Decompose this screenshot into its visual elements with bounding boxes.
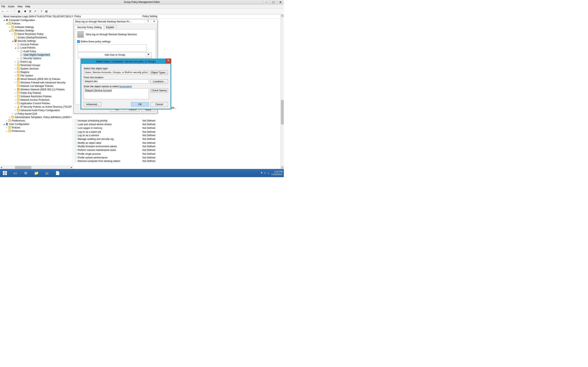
back-button[interactable]: ⇦ (1, 9, 5, 14)
dialog-close[interactable]: ✕ (151, 19, 157, 24)
tree-policies[interactable]: ◢Policies (0, 22, 73, 25)
users-listbox[interactable] (77, 44, 147, 52)
policy-row[interactable]: 📄Log on as a serviceNot Defined (73, 133, 284, 137)
policy-row[interactable]: 📄Modify an object labelNot Defined (73, 141, 284, 145)
column-policy-setting[interactable]: Policy Setting (141, 15, 178, 18)
tray-flag-icon[interactable]: ⚑ (261, 172, 263, 174)
locations-button[interactable]: Locations... (150, 79, 168, 84)
add-dialog-titlebar[interactable]: Add User or Group ✕ (78, 53, 151, 57)
policy-row[interactable]: 📄Log on as a batch jobNot Defined (73, 130, 284, 133)
tree-user-rights-assignment[interactable]: 📋User Rights Assignment (0, 53, 73, 57)
tree-public-key[interactable]: ▷Public Key Policies (0, 91, 73, 95)
policy-row[interactable]: 📄Lock pages in memoryNot Defined (73, 126, 284, 130)
window-close[interactable]: ✕ (277, 0, 284, 4)
tree-system-services[interactable]: ▷System Services (0, 67, 73, 70)
tree-restricted-groups[interactable]: ▷Restricted Groups (0, 63, 73, 67)
dialog-help[interactable]: ? (145, 19, 151, 24)
tree-user-preferences[interactable]: ▷Preferences (0, 129, 73, 133)
policy-row[interactable]: 📄Modify firmware environment valuesNot D… (73, 145, 284, 148)
tree-wireless-network[interactable]: ▷📶Wireless Network (IEEE 802.11) Policie… (0, 88, 73, 91)
taskbar-clock[interactable]: 2:42 PM 11/28/2021 (271, 170, 283, 176)
tree-file-system[interactable]: ▷File System (0, 74, 73, 77)
taskbar-gpmc[interactable]: 🗂 (42, 169, 52, 177)
advanced-button[interactable]: Advanced... (84, 102, 101, 107)
tree-user-config[interactable]: ◢👤User Configuration (0, 122, 73, 126)
tree-name-resolution[interactable]: ▷Name Resolution Policy (0, 32, 73, 36)
menu-file[interactable]: File (1, 5, 5, 8)
policy-row[interactable]: 📄Increase scheduling priorityNot Defined (73, 119, 284, 123)
tree-horizontal-scrollbar[interactable]: ◀ ▶ (0, 166, 73, 169)
tree-computer-config[interactable]: ◢💻Computer Configuration (0, 18, 73, 22)
menu-help[interactable]: Help (25, 5, 30, 8)
select-ok-button[interactable]: OK (131, 102, 149, 107)
help-button[interactable]: ? (39, 9, 44, 14)
column-policy[interactable]: Policy (73, 15, 141, 18)
tree-network-list[interactable]: Network List Manager Policies (0, 84, 73, 88)
tree-event-log[interactable]: ▷📋Event Log (0, 60, 73, 63)
tree-windows-settings[interactable]: ◢Windows Settings (0, 29, 73, 32)
tree-admin-templates[interactable]: ▷Administrative Templates: Policy defini… (0, 115, 73, 119)
tree-app-control[interactable]: ▷Application Control Policies (0, 101, 73, 105)
object-types-button[interactable]: Object Types... (150, 70, 168, 75)
tree-security-settings[interactable]: ◢Security Settings (0, 39, 73, 43)
tree-root[interactable]: 📄Block Interactive Login [WIN-F74JK2VTFS… (0, 15, 73, 18)
menu-action[interactable]: Action (8, 5, 15, 8)
select-dialog-titlebar[interactable]: Select Users, Computers, Service Account… (81, 59, 171, 64)
tree-wired-network[interactable]: ▷📶Wired Network (IEEE 802.3) Policies (0, 77, 73, 81)
object-names-field[interactable]: Teleport Service Account (84, 88, 149, 99)
tree-security-options[interactable]: ▷📋Security Options (0, 57, 73, 60)
delete-button[interactable]: ✖ (23, 9, 27, 14)
policy-row[interactable]: 📄Profile system performanceNot Defined (73, 156, 284, 159)
extra-button[interactable]: ▤ (44, 9, 49, 14)
select-cancel-button[interactable]: Cancel (150, 102, 168, 107)
window-minimize[interactable]: – (263, 0, 270, 4)
tree-software-restriction[interactable]: ▷Software Restriction Policies (0, 95, 73, 98)
start-button[interactable] (0, 169, 10, 177)
define-policy-checkbox[interactable] (77, 40, 80, 43)
check-names-button[interactable]: Check Names (150, 88, 168, 93)
vertical-scrollbar[interactable]: ▲ ▼ (281, 14, 284, 169)
properties-button[interactable]: ☰ (28, 9, 33, 14)
taskbar-explorer[interactable]: 📁 (31, 169, 42, 177)
taskbar-notepad[interactable]: 📄 (52, 169, 63, 177)
policy-row[interactable]: 📄Manage auditing and security logNot Def… (73, 137, 284, 141)
taskbar-powershell[interactable]: ⧉ (20, 169, 31, 177)
policy-setting: Not Defined (141, 160, 155, 162)
tree-user-policies[interactable]: ▷Policies (0, 126, 73, 129)
forward-button[interactable]: ⇨ (6, 9, 10, 14)
toolbar: ⇦ ⇨ 📄 ▦ ✖ ☰ ↗ ? ▤ (0, 8, 284, 14)
up-button[interactable]: 📄 (12, 9, 16, 14)
tree-qos[interactable]: ▷📊Policy-based QoS (0, 112, 73, 115)
tree-registry[interactable]: ▷Registry (0, 70, 73, 74)
tree-audit-policy[interactable]: ▷📋Audit Policy (0, 50, 73, 53)
policy-row[interactable]: 📄Profile single processNot Defined (73, 152, 284, 156)
tree-windows-firewall[interactable]: ▷Windows Firewall with Advanced Security (0, 81, 73, 84)
policy-row-icon: 📄 (74, 137, 77, 141)
tree-nap[interactable]: ▷Network Access Protection (0, 98, 73, 101)
select-dialog-close[interactable]: ✕ (165, 58, 171, 63)
add-dialog-close[interactable]: ✕ (145, 53, 151, 57)
object-type-field[interactable] (84, 70, 149, 75)
menu-view[interactable]: View (17, 5, 23, 8)
tray-network-icon[interactable]: ⚠ (264, 172, 266, 174)
location-field[interactable] (84, 79, 149, 83)
tree-account-policies[interactable]: ▷📋Account Policies (0, 43, 73, 46)
tab-security-policy-setting[interactable]: Security Policy Setting (75, 25, 104, 29)
tree-local-policies[interactable]: ◢📋Local Policies (0, 46, 73, 50)
export-button[interactable]: ↗ (33, 9, 37, 14)
tree-adv-audit[interactable]: ▷Advanced Audit Policy Configuration (0, 108, 73, 112)
examples-link[interactable]: examples (120, 85, 131, 88)
policy-row[interactable]: 📄Load and unload device driversNot Defin… (73, 123, 284, 126)
tab-explain[interactable]: Explain (104, 25, 116, 29)
window-maximize[interactable]: ▢ (270, 0, 277, 4)
show-hide-tree-button[interactable]: ▦ (17, 9, 21, 14)
taskbar-server-manager[interactable]: ▭ (10, 169, 20, 177)
tray-volume-icon[interactable]: 🔈 (267, 172, 270, 174)
policy-row[interactable]: 📄Perform volume maintenance tasksNot Def… (73, 148, 284, 152)
tree-ipsec[interactable]: ▷🔒IP Security Policies on Active Directo… (0, 105, 73, 108)
dialog-titlebar[interactable]: Deny log on through Remote Desktop Servi… (74, 19, 157, 24)
tree-preferences[interactable]: ▷Preferences (0, 119, 73, 122)
tree-scripts[interactable]: Scripts (Startup/Shutdown) (0, 36, 73, 39)
tree-software-settings[interactable]: ▷Software Settings (0, 25, 73, 29)
policy-row[interactable]: 📄Remove computer from docking stationNot… (73, 159, 284, 163)
